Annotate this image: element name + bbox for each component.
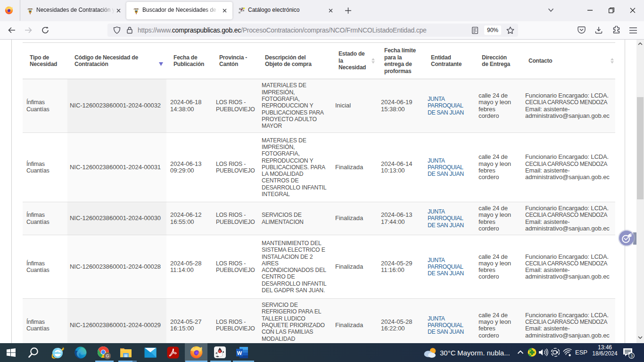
svg-text:W: W bbox=[237, 350, 242, 356]
svg-text:3: 3 bbox=[630, 354, 633, 358]
svg-text:G: G bbox=[106, 353, 109, 358]
